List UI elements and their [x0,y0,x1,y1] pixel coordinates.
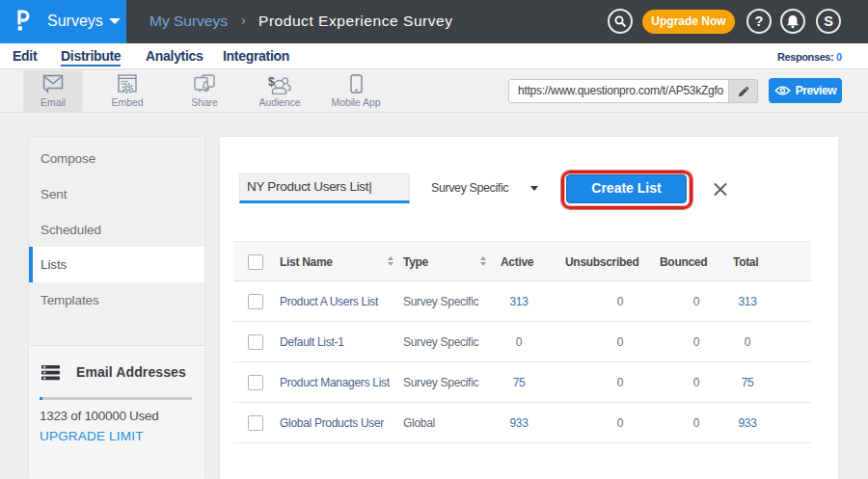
svg-text:$: $ [268,75,275,89]
